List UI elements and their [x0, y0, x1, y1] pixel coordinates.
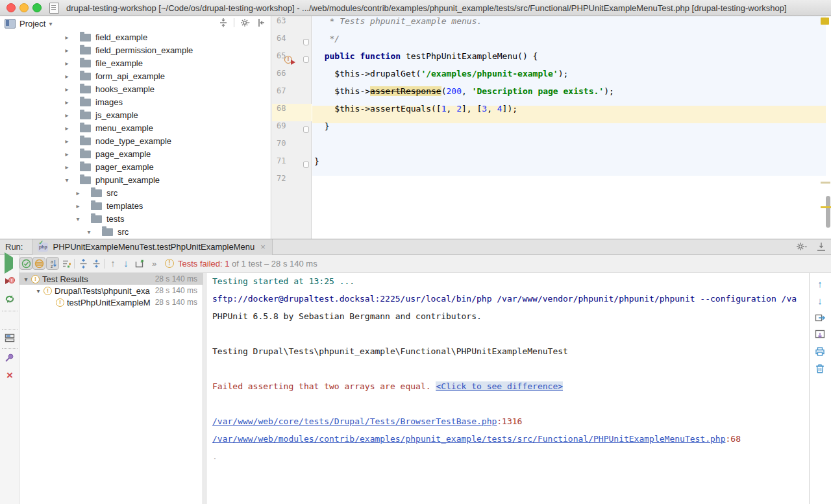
test-tree-row[interactable]: ▾!Test Results28 s 140 ms — [19, 273, 203, 285]
restore-layout-button[interactable] — [5, 333, 15, 343]
import-test-results-button[interactable] — [132, 257, 145, 270]
zoom-window-button[interactable] — [32, 3, 42, 12]
chevron-down-icon[interactable]: ▾ — [34, 287, 42, 294]
chevron-down-icon[interactable]: ▾ — [49, 20, 52, 27]
chevron-down-icon[interactable]: ▾ — [85, 226, 93, 239]
chevron-right-icon[interactable]: ▸ — [63, 96, 71, 109]
show-passed-button[interactable] — [19, 257, 32, 270]
collapse-all-button[interactable] — [90, 257, 103, 270]
pin-tab-icon[interactable] — [5, 352, 15, 363]
code-line-67[interactable]: $this->assertResponse(200, 'Description … — [314, 86, 614, 104]
editor-scrollbar-thumb[interactable] — [826, 196, 830, 228]
project-tree-item-form_api_example[interactable]: ▸form_api_example — [0, 70, 271, 83]
chevron-right-icon[interactable]: ▸ — [63, 44, 71, 57]
print-icon[interactable] — [815, 346, 825, 357]
console-link[interactable]: <Click to see difference> — [436, 381, 563, 391]
jump-to-source-icon[interactable] — [815, 313, 825, 323]
chevron-down-icon[interactable]: ▾ — [63, 174, 71, 187]
test-tree-row[interactable]: ▾!Drupal\Tests\phpunit_exa28 s 140 ms — [19, 285, 203, 296]
chevron-right-icon[interactable]: ▸ — [63, 122, 71, 135]
project-tree-item-tests[interactable]: ▾tests — [0, 213, 271, 226]
project-tree-item-field_example[interactable]: ▸field_example — [0, 31, 271, 44]
gutter-row[interactable]: 66 — [272, 69, 312, 86]
test-tree-row[interactable]: !testPhpUnitExampleM28 s 140 ms — [19, 296, 203, 308]
project-tree-item-src[interactable]: ▸src — [0, 187, 271, 200]
gutter-row[interactable]: 70 — [272, 139, 312, 156]
project-tree-item-node_type_example[interactable]: ▸node_type_example — [0, 135, 271, 148]
show-ignored-button[interactable] — [32, 257, 45, 270]
toggle-auto-test-button[interactable] — [5, 294, 15, 304]
project-tree-item-templates[interactable]: ▸templates — [0, 200, 271, 213]
run-tab[interactable]: php PHPUnitExampleMenuTest.testPhpUnitEx… — [32, 239, 272, 255]
console-link[interactable]: /var/www/web/modules/contrib/examples/ph… — [212, 434, 726, 444]
project-tree-item-src[interactable]: ▾src — [0, 226, 271, 239]
close-tab-icon[interactable]: × — [260, 242, 266, 252]
previous-failed-test-button[interactable]: ↑ — [106, 257, 119, 270]
chevron-right-icon[interactable]: ▸ — [63, 148, 71, 161]
stop-button[interactable] — [5, 315, 15, 325]
chevron-right-icon[interactable]: ▸ — [63, 70, 71, 83]
gutter-row[interactable]: 72 — [272, 174, 312, 191]
project-tree-item-field_permission_example[interactable]: ▸field_permission_example — [0, 44, 271, 57]
project-tree-item-menu_example[interactable]: ▸menu_example — [0, 122, 271, 135]
chevron-down-icon[interactable]: ▾ — [22, 276, 30, 283]
code-fold-icon[interactable] — [303, 126, 309, 133]
prev-stacktrace-icon[interactable]: ↑ — [815, 279, 825, 289]
code-line-66[interactable]: $this->drupalGet('/examples/phpunit-exam… — [314, 69, 568, 86]
console-output[interactable]: Testing started at 13:25 ...sftp://docke… — [206, 273, 810, 504]
gutter-row[interactable]: 68 — [272, 104, 312, 121]
run-settings-gear-icon[interactable] — [796, 242, 808, 251]
rerun-test-button[interactable] — [5, 258, 15, 268]
chevron-right-icon[interactable]: ▸ — [63, 31, 71, 44]
project-tree-item-page_example[interactable]: ▸page_example — [0, 148, 271, 161]
collapse-all-icon[interactable] — [219, 18, 228, 27]
next-stacktrace-icon[interactable]: ↓ — [815, 296, 825, 306]
project-tree-item-js_example[interactable]: ▸js_example — [0, 109, 271, 122]
inspection-status-indicator[interactable] — [821, 18, 829, 25]
gear-icon[interactable] — [240, 18, 251, 27]
project-tree-item-phpunit_example[interactable]: ▾phpunit_example — [0, 174, 271, 187]
gutter-row[interactable]: 69 — [272, 121, 312, 139]
close-window-button[interactable] — [6, 3, 16, 12]
scroll-to-end-icon[interactable] — [815, 330, 825, 340]
chevron-right-icon[interactable]: ▸ — [63, 57, 71, 70]
project-tree-item-pager_example[interactable]: ▸pager_example — [0, 161, 271, 174]
code-line-63[interactable]: * Tests phpunit_example menus. — [314, 16, 482, 34]
close-run-panel-button[interactable]: × — [5, 370, 15, 381]
chevron-down-icon[interactable]: ▾ — [74, 213, 82, 226]
gutter-row[interactable]: 65! — [272, 51, 312, 69]
hide-run-panel-icon[interactable] — [817, 242, 826, 251]
chevron-right-icon[interactable]: ▸ — [74, 187, 82, 200]
sort-by-duration-button[interactable] — [60, 257, 73, 270]
failed-test-gutter-icon[interactable]: ! — [284, 56, 292, 64]
chevron-right-icon[interactable]: ▸ — [63, 161, 71, 174]
code-line-68[interactable]: $this->assertEquals([1, 2], [3, 4]); — [314, 104, 517, 121]
more-actions-icon[interactable]: » — [152, 255, 157, 273]
gutter-row[interactable]: 63 — [272, 16, 312, 34]
project-tree-item-hooks_example[interactable]: ▸hooks_example — [0, 83, 271, 96]
code-line-69[interactable]: } — [314, 121, 329, 139]
project-tree-item-file_example[interactable]: ▸file_example — [0, 57, 271, 70]
project-panel-title[interactable]: Project — [19, 19, 45, 29]
code-line-64[interactable]: */ — [314, 34, 340, 51]
hide-panel-icon[interactable] — [256, 18, 266, 27]
gutter-row[interactable]: 64 — [272, 34, 312, 51]
console-link[interactable]: /var/www/web/core/tests/Drupal/Tests/Bro… — [212, 416, 497, 426]
editor-gutter[interactable]: 636465!66676869707172 — [272, 16, 312, 239]
code-fold-icon[interactable] — [303, 56, 309, 63]
project-tree-item-images[interactable]: ▸images — [0, 96, 271, 109]
code-fold-icon[interactable] — [303, 39, 309, 45]
next-failed-test-button[interactable]: ↓ — [119, 257, 132, 270]
chevron-right-icon[interactable]: ▸ — [63, 109, 71, 122]
expand-all-button[interactable] — [77, 257, 90, 270]
chevron-right-icon[interactable]: ▸ — [63, 135, 71, 148]
chevron-right-icon[interactable]: ▸ — [63, 83, 71, 96]
code-line-65[interactable]: public function testPhpUnitExampleMenu()… — [314, 51, 538, 69]
minimize-window-button[interactable] — [19, 3, 29, 12]
gutter-row[interactable]: 67 — [272, 86, 312, 104]
gutter-row[interactable]: 71 — [272, 156, 312, 174]
code-line-71[interactable]: } — [314, 156, 319, 174]
clear-console-icon[interactable] — [815, 363, 825, 374]
editor[interactable]: 636465!66676869707172 * Tests phpunit_ex… — [272, 16, 831, 239]
code-fold-icon[interactable] — [303, 162, 309, 168]
